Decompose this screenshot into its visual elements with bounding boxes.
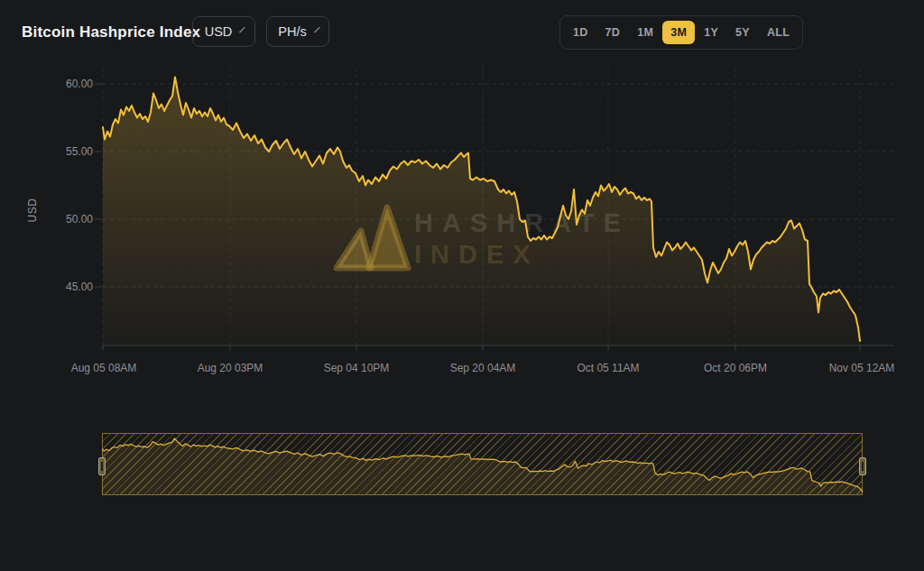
x-tick-label: Oct 20 06PM (704, 362, 767, 374)
navigator-right-handle[interactable] (859, 457, 866, 475)
navigator-chart[interactable] (102, 433, 893, 496)
x-tick-label: Nov 05 12AM (829, 362, 895, 374)
x-tick-label: Aug 05 08AM (71, 362, 137, 374)
x-tick-label: Oct 05 11AM (577, 362, 639, 374)
x-axis-ticks (103, 345, 860, 351)
navigator-left-handle[interactable] (98, 457, 106, 475)
x-tick-label: Sep 20 04AM (450, 362, 516, 374)
y-axis-ticks (95, 84, 102, 287)
main-chart-plot-area[interactable] (0, 0, 924, 424)
x-tick-label: Sep 04 10PM (324, 362, 390, 374)
hashprice-dashboard: Bitcoin Hashprice Index USD PH/s 1D 7D 1… (0, 0, 924, 571)
x-tick-label: Aug 20 03PM (198, 362, 263, 374)
